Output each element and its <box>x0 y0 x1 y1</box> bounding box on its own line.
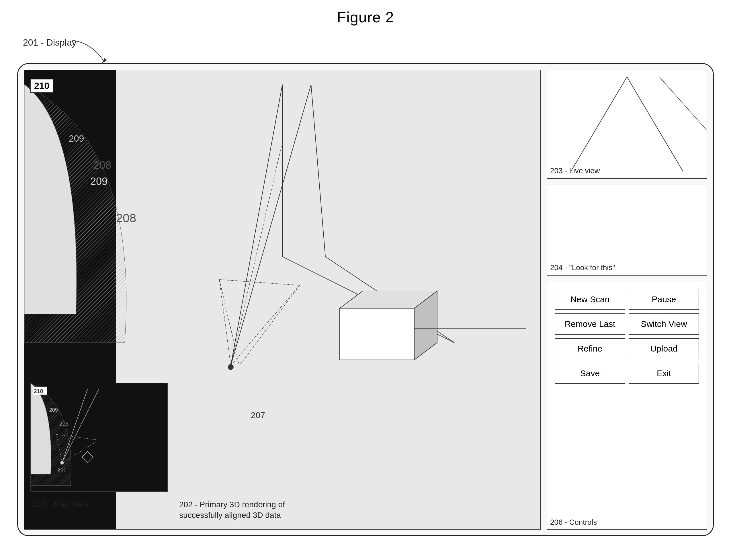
svg-line-10 <box>219 280 231 366</box>
upload-button[interactable]: Upload <box>629 338 699 359</box>
svg-text:208: 208 <box>116 211 136 225</box>
label-209-main: 209 <box>69 133 84 144</box>
controls-label: 206 - Controls <box>550 518 597 527</box>
map-svg: 210 210 209 208 211 <box>31 383 167 491</box>
save-button[interactable]: Save <box>555 363 625 384</box>
right-sidebar: 203 - Live view 204 - "Look for this" Ne… <box>547 70 707 530</box>
label-210-main: 210 <box>30 79 53 93</box>
page-title: Figure 2 <box>0 9 731 26</box>
svg-line-12 <box>219 280 300 285</box>
display-label: 201 - Display <box>23 37 77 48</box>
svg-line-4 <box>311 85 326 257</box>
svg-text:209: 209 <box>49 407 58 413</box>
map-view-label: 205 - Map View <box>33 500 89 509</box>
svg-line-7 <box>231 85 282 366</box>
new-scan-button[interactable]: New Scan <box>555 289 625 310</box>
look-for-this-panel: 204 - "Look for this" <box>547 184 707 276</box>
live-view-svg <box>547 70 707 178</box>
svg-line-11 <box>231 285 300 366</box>
controls-panel: New Scan Pause Remove Last Switch View R… <box>547 281 707 530</box>
switch-view-button[interactable]: Switch View <box>629 313 699 335</box>
live-view-panel: 203 - Live view <box>547 70 707 179</box>
svg-text:208: 208 <box>59 421 69 427</box>
svg-point-15 <box>228 364 234 370</box>
refine-button[interactable]: Refine <box>555 338 625 359</box>
svg-text:209: 209 <box>90 175 108 187</box>
exit-button[interactable]: Exit <box>629 363 699 384</box>
svg-line-8 <box>231 85 311 366</box>
look-for-this-label: 204 - "Look for this" <box>550 263 615 272</box>
svg-line-13 <box>219 280 239 366</box>
main-3d-panel: 209 208 210 209 208 207 <box>24 70 541 530</box>
map-view-panel: 210 210 209 208 211 <box>30 383 168 492</box>
controls-grid: New Scan Pause Remove Last Switch View R… <box>552 286 702 387</box>
svg-line-14 <box>239 285 300 366</box>
label-207: 207 <box>251 410 265 420</box>
pause-button[interactable]: Pause <box>629 289 699 310</box>
live-view-label: 203 - Live view <box>550 166 600 175</box>
svg-line-9 <box>231 142 282 366</box>
svg-point-29 <box>60 461 64 465</box>
svg-text:211: 211 <box>58 467 67 473</box>
svg-rect-16 <box>340 308 414 360</box>
primary-render-label: 202 - Primary 3D rendering of successful… <box>179 499 285 520</box>
remove-last-button[interactable]: Remove Last <box>555 313 625 335</box>
label-208-main: 208 <box>93 159 111 171</box>
display-container: 209 208 210 209 208 207 <box>17 63 714 536</box>
svg-rect-37 <box>547 71 707 177</box>
svg-text:210: 210 <box>34 388 43 394</box>
